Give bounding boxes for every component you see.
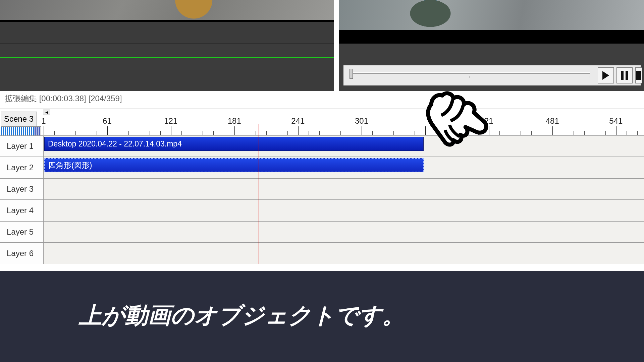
layer-label[interactable]: Layer 4: [0, 200, 44, 221]
ruler-tick-minor: [75, 131, 76, 135]
play-button[interactable]: [598, 67, 614, 83]
ruler-tick-minor: [277, 131, 277, 135]
ruler-tick-major: [552, 126, 553, 135]
ruler-label: 121: [164, 116, 177, 126]
ruler-tick-minor: [287, 131, 288, 135]
ruler-tick-minor: [351, 131, 351, 135]
ruler-tick-minor: [256, 131, 256, 135]
ruler-tick-minor: [415, 131, 415, 135]
pause-button[interactable]: [616, 67, 633, 83]
ruler-tick-minor: [330, 131, 330, 135]
ruler-tick-major: [489, 126, 489, 135]
ruler-tick-minor: [383, 131, 383, 135]
seek-tick: [590, 76, 590, 78]
ruler-tick-minor: [266, 131, 267, 135]
ruler-tick-minor: [574, 131, 574, 135]
ruler-tick-minor: [457, 131, 457, 135]
preview-area: [0, 0, 644, 91]
footage-left: [0, 0, 334, 20]
ruler-label: 301: [355, 116, 368, 126]
scroll-left-button[interactable]: ◂: [43, 109, 50, 115]
ruler-tick-minor: [139, 131, 139, 135]
ruler-tick-major: [425, 126, 426, 135]
caption-banner: 上が動画のオブジェクトです。: [0, 271, 644, 362]
layer-track[interactable]: [44, 179, 644, 200]
ruler-tick-minor: [213, 131, 214, 135]
layer-row: Layer 6: [0, 243, 644, 264]
source-video-frame: [0, 0, 334, 22]
ruler-tick-minor: [531, 131, 532, 135]
ruler-tick-minor: [510, 131, 510, 135]
ruler-tick-minor: [637, 131, 638, 135]
ruler-tick-minor: [128, 131, 129, 135]
ruler-label: 1: [41, 116, 46, 126]
layer-row: Layer 3: [0, 178, 644, 200]
layer-track[interactable]: 四角形(図形): [44, 157, 644, 178]
layer-row: Layer 2四角形(図形): [0, 157, 644, 178]
ruler-tick-major: [234, 126, 235, 135]
layer-label[interactable]: Layer 1: [0, 136, 44, 157]
stop-button[interactable]: [635, 67, 642, 83]
layer-track[interactable]: [44, 222, 644, 243]
playhead-ruler: [259, 124, 259, 143]
ruler-label: 61: [103, 116, 112, 126]
ruler-tick-minor: [309, 131, 309, 135]
ruler-tick-minor: [468, 131, 468, 135]
pause-icon: [621, 71, 628, 80]
seek-slider[interactable]: [350, 72, 590, 75]
ruler-tick-minor: [150, 131, 150, 135]
scene-tab[interactable]: Scene 3: [1, 112, 37, 126]
ruler-label: 181: [228, 116, 241, 126]
ruler-tick-minor: [86, 131, 86, 135]
ruler-tick-minor: [245, 131, 245, 135]
ruler-tick-minor: [627, 131, 627, 135]
stop-icon: [636, 71, 641, 80]
ruler-label: 21: [484, 116, 493, 126]
ruler-tick-major: [616, 126, 616, 135]
ruler-tick-minor: [584, 131, 585, 135]
layer-label[interactable]: Layer 6: [0, 243, 44, 264]
layer-track[interactable]: [44, 200, 644, 221]
ruler-tick-major: [44, 126, 44, 135]
ruler-tick-minor: [446, 131, 447, 135]
ruler-tick-major: [362, 126, 362, 135]
letterbox-bottom: [339, 30, 644, 44]
ruler-tick-major: [171, 126, 171, 135]
ruler-tick-minor: [404, 131, 404, 135]
layer-label[interactable]: Layer 2: [0, 157, 44, 178]
seek-thumb[interactable]: [350, 69, 353, 79]
layer-track[interactable]: Desktop 2020.04.22 - 22.07.14.03.mp4: [44, 136, 644, 157]
output-video-frame: [339, 0, 644, 44]
timeline-ruler[interactable]: 16112118124130121481541: [44, 116, 644, 136]
layer-label[interactable]: Layer 3: [0, 179, 44, 200]
layer-row: Layer 5: [0, 221, 644, 243]
ruler-tick-minor: [224, 131, 224, 135]
ruler-tick-minor: [192, 131, 192, 135]
layer-label[interactable]: Layer 5: [0, 222, 44, 243]
zoom-indicator[interactable]: [1, 126, 41, 136]
ruler-tick-minor: [542, 131, 542, 135]
ruler-tick-major: [298, 126, 299, 135]
ruler-tick-minor: [393, 131, 394, 135]
seek-track: [350, 73, 590, 74]
play-icon: [602, 71, 609, 80]
ruler-tick-minor: [563, 131, 563, 135]
ruler-tick-minor: [372, 131, 373, 135]
caption-text: 上が動画のオブジェクトです。: [79, 300, 405, 331]
timeline-body: Layer 1Desktop 2020.04.22 - 22.07.14.03.…: [0, 135, 644, 264]
preview-divider[interactable]: [334, 0, 339, 91]
clip-shape[interactable]: 四角形(図形): [44, 158, 424, 172]
timeline-title: 拡張編集 [00:00:03.38] [204/359]: [0, 91, 644, 107]
audio-waveform[interactable]: [0, 44, 334, 70]
playback-bar: [343, 65, 641, 85]
seek-tick: [470, 76, 470, 78]
ruler-tick-minor: [181, 131, 182, 135]
ruler-tick-minor: [319, 131, 320, 135]
ruler-tick-minor: [97, 131, 97, 135]
ruler-tick-minor: [118, 131, 118, 135]
ruler-label: 241: [291, 116, 305, 126]
ruler-tick-minor: [65, 131, 65, 135]
layer-track[interactable]: [44, 243, 644, 264]
clip-video[interactable]: Desktop 2020.04.22 - 22.07.14.03.mp4: [44, 137, 424, 151]
layer-row: Layer 4: [0, 200, 644, 221]
